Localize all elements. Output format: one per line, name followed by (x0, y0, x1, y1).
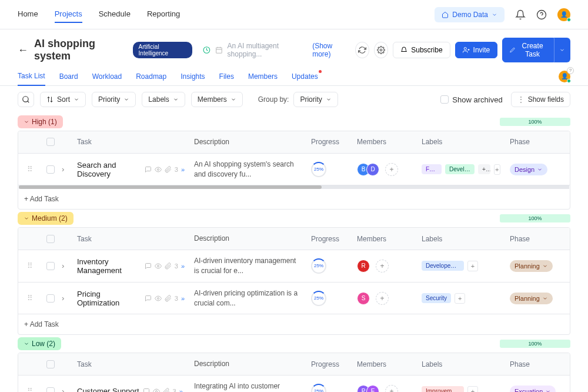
task-row: ⠿ › Customer Support 3 » Integrating AI … (18, 376, 570, 392)
select-all-checkbox[interactable] (46, 235, 55, 243)
sort-button[interactable]: Sort (40, 92, 86, 107)
add-label[interactable]: + (467, 386, 478, 392)
task-description: AI-driven pricing optimization is a cruc… (189, 283, 306, 314)
task-name[interactable]: Search and Discovery (77, 161, 141, 178)
row-checkbox[interactable] (46, 387, 55, 392)
drag-handle[interactable]: ⠿ (18, 283, 42, 314)
show-archived-toggle[interactable]: Show archived (440, 95, 502, 104)
phase-pill[interactable]: Planning (510, 260, 553, 272)
create-task-dropdown[interactable] (554, 38, 570, 62)
groupby-select[interactable]: Priority (293, 92, 338, 107)
member-avatars[interactable]: S (357, 292, 366, 305)
task-name[interactable]: Inventory Management (77, 257, 141, 275)
nav-home[interactable]: Home (18, 6, 38, 23)
bell-icon[interactable] (515, 9, 526, 20)
chat-icon (145, 295, 152, 302)
task-description: An AI shopping system's search and disco… (189, 154, 306, 185)
settings-button[interactable] (374, 42, 388, 58)
select-all-checkbox[interactable] (46, 138, 55, 146)
tab-workload[interactable]: Workload (92, 68, 122, 85)
tab-members[interactable]: Members (248, 68, 278, 85)
toolbar: Sort Priority Labels Members Group by: P… (0, 86, 588, 113)
row-checkbox[interactable] (46, 165, 55, 174)
phase-pill[interactable]: Planning (510, 293, 553, 304)
create-task-button[interactable]: Create Task (502, 38, 554, 62)
expand-row[interactable]: › (57, 250, 72, 282)
expand-row[interactable]: › (57, 154, 72, 185)
row-checkbox[interactable] (46, 294, 55, 303)
tab-files[interactable]: Files (219, 68, 234, 85)
chevron-down-icon (74, 97, 79, 102)
project-tag: Artificial Intelligence (133, 42, 192, 58)
svg-point-8 (464, 48, 466, 50)
member-avatars[interactable]: R (357, 260, 366, 273)
add-member[interactable]: + (376, 292, 389, 305)
refresh-button[interactable] (355, 42, 369, 58)
tab-task-list[interactable]: Task List (18, 67, 45, 86)
svg-rect-3 (216, 48, 222, 54)
group-progress: 100% (500, 214, 570, 222)
project-tabs: Task ListBoardWorkloadRoadmapInsightsFil… (0, 67, 588, 86)
add-member[interactable]: + (376, 260, 389, 273)
subscribe-button[interactable]: Subscribe (393, 42, 450, 58)
svg-point-16 (157, 265, 159, 267)
members-filter[interactable]: Members (191, 92, 243, 107)
nav-projects[interactable]: Projects (55, 6, 82, 23)
svg-point-11 (23, 97, 28, 102)
drag-handle[interactable]: ⠿ (18, 154, 42, 185)
task-description: Integrating AI into customer support for… (189, 376, 306, 392)
show-fields-button[interactable]: ⋮Show fields (511, 92, 570, 107)
row-checkbox[interactable] (46, 262, 55, 270)
help-badge: ? (567, 67, 574, 74)
back-button[interactable]: ← (18, 44, 28, 57)
user-avatar[interactable]: 👤 (557, 8, 570, 21)
add-member[interactable]: + (385, 385, 398, 392)
tab-roadmap[interactable]: Roadmap (136, 68, 166, 85)
bell-icon (400, 46, 407, 54)
demo-data-button[interactable]: Demo Data (435, 7, 505, 22)
add-label[interactable]: + (455, 293, 465, 304)
phase-pill[interactable]: Excuation (510, 386, 556, 392)
group-toggle-high[interactable]: High (1) (18, 115, 63, 128)
add-label[interactable]: + (494, 164, 500, 175)
priority-filter[interactable]: Priority (92, 92, 136, 107)
drag-handle[interactable]: ⠿ (18, 250, 42, 282)
nav-schedule[interactable]: Schedule (99, 6, 131, 23)
add-task-button[interactable]: + Add Task (18, 314, 570, 334)
table-header: Task Description Progress Members Labels… (18, 353, 570, 376)
task-row: ⠿ › Inventory Management 3 » AI-driven i… (18, 250, 570, 283)
search-button[interactable] (18, 92, 34, 107)
group-toggle-low[interactable]: Low (2) (18, 337, 61, 350)
svg-point-0 (537, 10, 546, 19)
tab-board[interactable]: Board (59, 68, 78, 85)
tab-updates[interactable]: Updates (292, 68, 318, 85)
invite-button[interactable]: Invite (455, 42, 498, 58)
add-task-button[interactable]: + Add Task (18, 189, 570, 209)
member-avatars[interactable]: BD (357, 163, 376, 176)
labels-filter[interactable]: Labels (142, 92, 185, 107)
show-more-link[interactable]: (Show more) (312, 42, 349, 58)
chat-icon (143, 388, 150, 392)
help-icon[interactable] (536, 9, 547, 20)
svg-point-15 (157, 168, 159, 170)
group-toggle-medium[interactable]: Medium (2) (18, 212, 74, 225)
select-all-checkbox[interactable] (46, 360, 55, 368)
group-progress: 100% (500, 118, 570, 126)
home-icon (442, 11, 449, 18)
task-name[interactable]: Pricing Optimization (77, 290, 141, 307)
task-name[interactable]: Customer Support (77, 387, 139, 392)
expand-row[interactable]: › (57, 283, 72, 314)
eye-icon (155, 295, 162, 302)
add-member[interactable]: + (385, 163, 398, 176)
eye-icon (153, 388, 160, 392)
table-header: Task Description Progress Members Labels… (18, 131, 570, 154)
tab-insights[interactable]: Insights (181, 68, 205, 85)
drag-handle[interactable]: ⠿ (18, 376, 42, 392)
expand-row[interactable]: › (57, 376, 72, 392)
add-label[interactable]: + (467, 261, 478, 271)
member-avatar[interactable]: 👤 ? (559, 68, 570, 85)
svg-point-17 (157, 297, 159, 299)
member-avatars[interactable]: PE (357, 385, 376, 392)
nav-reporting[interactable]: Reporting (147, 6, 180, 23)
phase-pill[interactable]: Design (510, 164, 547, 175)
